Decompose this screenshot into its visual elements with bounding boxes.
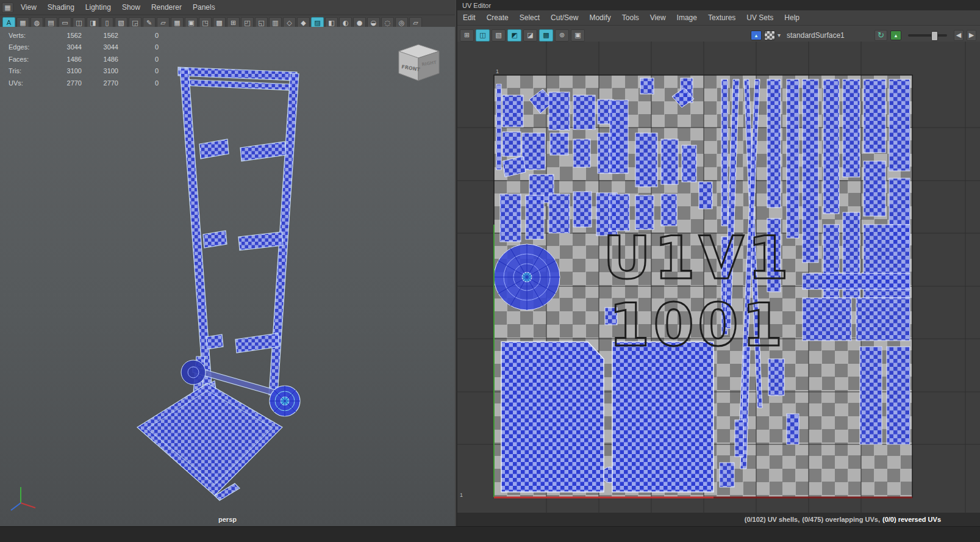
- maya-window: ▦ ViewShadingLightingShowRendererPanels …: [0, 0, 980, 542]
- viewport-menu-item[interactable]: Lighting: [80, 1, 116, 13]
- texture-display-icon[interactable]: ▴: [751, 31, 762, 40]
- uv-snapshot-icon[interactable]: ▣: [571, 29, 585, 42]
- viewport-3d[interactable]: Verts: 1562 1562 0 Edges: 3044 3044 0 Fa…: [0, 27, 455, 526]
- sew-uv-tool-icon[interactable]: ◪: [523, 29, 537, 42]
- uv-editor-menu-item[interactable]: View: [645, 12, 671, 24]
- uv-layout-icon[interactable]: ▧: [492, 29, 506, 42]
- checker-map-toggle-icon[interactable]: [764, 31, 775, 40]
- uv-editor-menu-item[interactable]: UV Sets: [741, 12, 779, 24]
- udim-number-label: 1001: [609, 291, 786, 360]
- viewport-menu-item[interactable]: Renderer: [146, 1, 187, 13]
- uv-editor-title-bar[interactable]: UV Editor: [457, 0, 980, 10]
- status-overlapping-count: (0/475) overlapping UVs,: [802, 516, 880, 523]
- texture-selector: ▴ ▾ standardSurface1: [751, 30, 848, 41]
- axis-triad: [6, 481, 43, 515]
- uv-lattice-icon[interactable]: ⊞: [460, 29, 474, 42]
- uv-editor-menu-item[interactable]: Edit: [457, 12, 481, 24]
- status-reversed-count: (0/0) reversed UVs: [882, 516, 941, 523]
- uv-toolbar-right-group: ↻ ▴ ◀ ▶: [874, 30, 979, 41]
- camera-name-label: persp: [0, 516, 455, 523]
- texture-name-field[interactable]: standardSurface1: [783, 30, 848, 41]
- uv-editor-menu-item[interactable]: Modify: [584, 12, 616, 24]
- wheel-right: [270, 386, 300, 416]
- hand-truck-model[interactable]: [0, 27, 455, 526]
- window-bottom-strip: [0, 526, 980, 542]
- status-shell-count: (0/102) UV shells,: [745, 516, 800, 523]
- collapse-right-icon[interactable]: ▶: [967, 30, 976, 41]
- u-axis-tick-label: 1: [460, 492, 463, 498]
- viewport-menu-item[interactable]: Shading: [42, 1, 80, 13]
- refresh-textures-icon[interactable]: ↻: [874, 30, 887, 41]
- uv-editor-menu-item[interactable]: Help: [779, 12, 805, 24]
- uv-editor-menu-item[interactable]: Tools: [617, 12, 645, 24]
- viewport-panel: ▦ ViewShadingLightingShowRendererPanels …: [0, 0, 455, 542]
- uv-editor-menu-item[interactable]: Select: [514, 12, 545, 24]
- uv-canvas[interactable]: U1V1 1001 1 1: [457, 42, 980, 513]
- udim-uv-label: U1V1: [603, 224, 792, 292]
- viewport-menu-item[interactable]: Show: [116, 1, 146, 13]
- view-cube[interactable]: FRONT RIGHT: [390, 42, 445, 93]
- uv-editor-menu-item[interactable]: Create: [481, 12, 514, 24]
- uv-editor-menu-item[interactable]: Cut/Sew: [545, 12, 584, 24]
- uv-editor-menubar: EditCreateSelectCut/SewModifyToolsViewIm…: [457, 10, 980, 26]
- uv-editor-title: UV Editor: [462, 2, 491, 9]
- uv-status-bar: (0/102) UV shells, (0/475) overlapping U…: [457, 513, 980, 526]
- uv-shell-layer[interactable]: U1V1 1001: [457, 42, 980, 513]
- bake-texture-icon[interactable]: ▴: [890, 31, 901, 40]
- cut-uv-tool-icon[interactable]: ◩: [507, 29, 521, 42]
- collapse-left-icon[interactable]: ◀: [954, 30, 964, 41]
- viewport-menu-item[interactable]: Panels: [187, 1, 221, 13]
- wheel-uv-shell: [494, 244, 560, 310]
- panel-menu-icon[interactable]: ▦: [2, 2, 13, 13]
- uv-editor-menu-item[interactable]: Image: [671, 12, 703, 24]
- settings-gear-icon[interactable]: ⊛: [555, 29, 569, 42]
- move-uv-shell-icon[interactable]: ◫: [476, 29, 490, 42]
- texture-dropdown-caret-icon[interactable]: ▾: [778, 32, 781, 38]
- exposure-slider[interactable]: [908, 34, 947, 37]
- uv-editor-panel: UV Editor EditCreateSelectCut/SewModifyT…: [456, 0, 980, 542]
- uv-editor-menu-item[interactable]: Textures: [703, 12, 741, 24]
- pixel-snap-icon[interactable]: ▩: [539, 29, 553, 42]
- v-axis-tick-label: 1: [496, 68, 499, 74]
- exposure-slider-handle[interactable]: [931, 31, 938, 41]
- viewport-menu-item[interactable]: View: [15, 1, 42, 13]
- viewport-menubar: ▦ ViewShadingLightingShowRendererPanels: [0, 0, 455, 15]
- wheel-left: [181, 360, 206, 385]
